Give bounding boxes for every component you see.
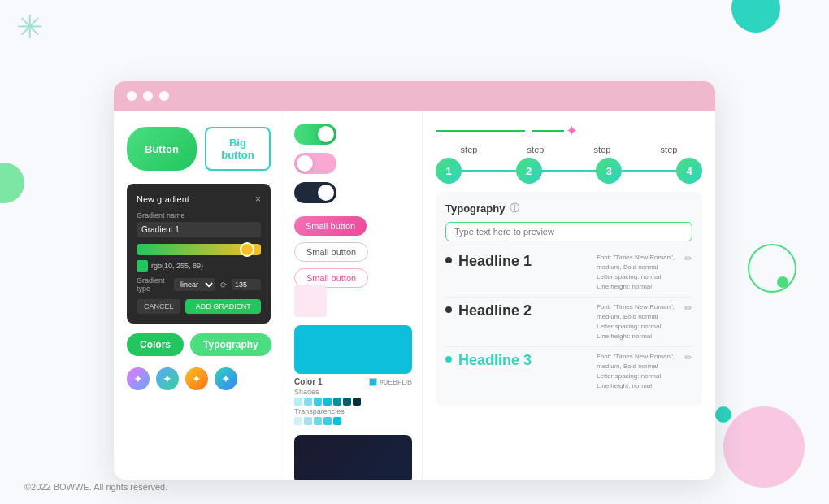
teal-circle-top — [731, 0, 780, 33]
hex-color-box-1 — [369, 378, 377, 386]
trans-1-4 — [323, 417, 332, 425]
browser-content: Button Big button New gradient × Gradien… — [114, 111, 715, 480]
trans-1-2 — [304, 417, 312, 425]
gradient-type-select[interactable]: linear radial — [174, 278, 215, 291]
button-big-outline[interactable]: Big button — [205, 127, 271, 171]
color-info-row-1: Color 1 #0EBFDB — [294, 377, 412, 386]
headline-1-meta: Font: "Times New Roman", medium, Bold no… — [597, 253, 678, 292]
step-circle-3: 3 — [596, 158, 622, 184]
type-preview-input[interactable] — [445, 222, 692, 241]
star-icon-4: ✦ — [221, 372, 231, 385]
gradient-type-row: Gradient type linear radial ⟳ — [137, 276, 261, 293]
steps-labels: step step step step — [436, 145, 702, 154]
shapes-row: ✦ ✦ ✦ ✦ — [127, 367, 271, 390]
typography-header: Typography ⓘ — [445, 202, 692, 215]
green-line — [436, 130, 525, 132]
cancel-button[interactable]: CANCEL — [137, 299, 180, 314]
bullet-2 — [445, 306, 452, 313]
dialog-header: New gradient × — [137, 193, 261, 205]
traffic-light-red — [127, 91, 137, 101]
star-accent-icon: ✦ — [566, 122, 578, 140]
trans-1-1 — [294, 417, 302, 425]
color-name-1: Color 1 — [294, 377, 322, 386]
step-label-1: step — [461, 145, 478, 154]
green-dot-right — [777, 276, 788, 288]
toggle-3[interactable] — [294, 182, 336, 203]
starburst-decoration: ✳ — [16, 8, 44, 46]
green-line-2 — [532, 130, 564, 132]
colors-tab[interactable]: Colors — [127, 333, 184, 356]
bullet-1 — [445, 257, 452, 263]
step-label-3: step — [594, 145, 611, 154]
step-label-2: step — [527, 145, 545, 154]
angle-input[interactable] — [232, 279, 261, 290]
toggle-group — [294, 124, 412, 203]
steps-circles: 1 2 3 4 — [436, 158, 702, 184]
trans-1-5 — [333, 417, 341, 425]
dialog-title: New gradient — [137, 194, 189, 204]
mid-panel: Small button Small button Small button C… — [284, 111, 423, 480]
transparencies-label-1: Transparencies — [294, 407, 412, 415]
accent-lines-area: ✦ — [436, 122, 702, 140]
gradient-handle[interactable] — [240, 242, 254, 257]
gradient-name-label: Gradient name — [137, 211, 261, 219]
gradient-bar[interactable] — [137, 244, 261, 255]
gradient-name-input[interactable] — [137, 222, 261, 237]
toggle-knob-2 — [297, 155, 313, 172]
browser-titlebar — [114, 81, 715, 111]
step-circle-1: 1 — [436, 158, 462, 184]
star-icon-1: ✦ — [133, 372, 143, 385]
shape-icon-1: ✦ — [127, 367, 150, 390]
toggle-1[interactable] — [294, 124, 336, 145]
headline-row-2: Headline 2 Font: "Times New Roman", medi… — [445, 298, 692, 347]
star-line-group: ✦ — [532, 122, 578, 140]
trans-1-3 — [314, 417, 322, 425]
button-green[interactable]: Button — [127, 127, 197, 171]
star-icon-2: ✦ — [163, 372, 172, 385]
toggle-2[interactable] — [294, 153, 336, 174]
traffic-light-green — [159, 91, 169, 101]
color-swatch-1: Color 1 #0EBFDB Shades Transparen — [294, 325, 412, 425]
typography-title: Typography — [445, 202, 505, 215]
color-swatch-4: Color 4 #12102F Shades Transparen — [294, 435, 412, 480]
small-button-pink[interactable]: Small button — [294, 216, 367, 236]
stepper-area: step step step step 1 2 3 4 — [436, 145, 702, 184]
headline-row-1: Headline 1 Font: "Times New Roman", medi… — [445, 248, 692, 298]
toggle-knob-3 — [318, 185, 334, 201]
small-button-outline-1[interactable]: Small button — [294, 242, 368, 262]
typography-tab[interactable]: Typography — [190, 333, 271, 356]
step-circle-2: 2 — [516, 158, 542, 184]
dialog-action-buttons: CANCEL ADD GRADIENT — [137, 299, 261, 314]
pink-circle-bottom — [723, 406, 805, 488]
headline-3-text: Headline 3 — [458, 352, 590, 369]
right-panel: ✦ step step step step 1 2 3 — [423, 111, 715, 480]
shades-label-1: Shades — [294, 388, 412, 396]
teal-dot-mid — [715, 406, 731, 423]
traffic-light-yellow — [143, 91, 153, 101]
hex-value-1: #0EBFDB — [380, 378, 412, 386]
step-circle-4: 4 — [676, 158, 702, 184]
main-buttons-row: Button Big button — [127, 127, 271, 171]
color-box-dark — [294, 435, 412, 480]
dialog-close-button[interactable]: × — [255, 193, 261, 205]
headline-2-edit-icon[interactable]: ✏ — [684, 302, 692, 314]
typography-section: Typography ⓘ Headline 1 Font: "Times New… — [436, 192, 702, 406]
headline-1-edit-icon[interactable]: ✏ — [684, 253, 692, 264]
headline-3-edit-icon[interactable]: ✏ — [684, 352, 692, 363]
add-gradient-button[interactable]: ADD GRADIENT — [185, 299, 261, 314]
color-stop-row: rgb(10, 255, 89) — [137, 260, 261, 272]
color-box-cyan — [294, 325, 412, 374]
shape-icon-3: ✦ — [185, 367, 208, 390]
headline-2-meta: Font: "Times New Roman", medium, Bold no… — [597, 302, 678, 341]
shade-1-7 — [353, 398, 361, 406]
browser-window: Button Big button New gradient × Gradien… — [114, 81, 715, 480]
step-line-2-3 — [542, 170, 597, 172]
color-stop-value: rgb(10, 255, 89) — [151, 262, 203, 270]
shades-row-1 — [294, 398, 412, 406]
color-stop-swatch[interactable] — [137, 260, 148, 272]
shape-icon-4: ✦ — [215, 367, 237, 390]
hex-display-1: #0EBFDB — [369, 378, 412, 386]
step-line-3-4 — [622, 170, 676, 172]
pink-placeholder-box — [294, 285, 327, 317]
shade-1-4 — [323, 398, 332, 406]
